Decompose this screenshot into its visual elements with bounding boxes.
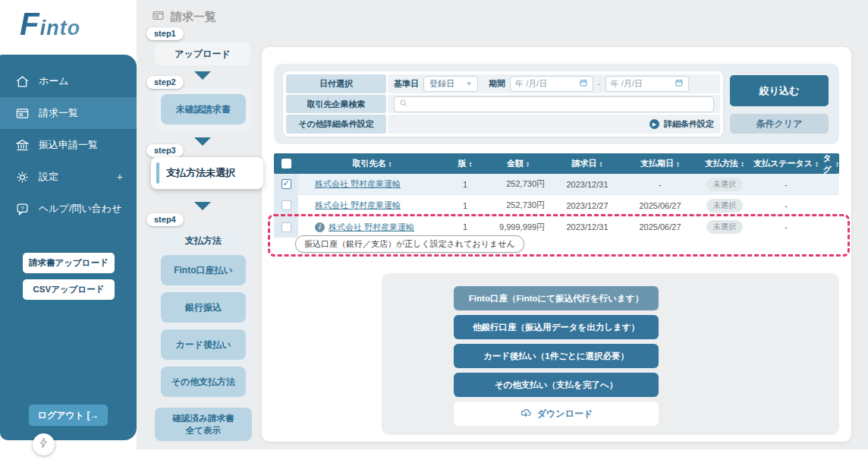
bank-icon xyxy=(15,138,30,153)
download-button[interactable]: ダウンロード xyxy=(454,402,659,426)
step1-upload-box[interactable]: アップロード xyxy=(155,43,250,65)
step2-container: 未確認請求書 xyxy=(155,88,252,131)
table-row: 株式会社 野村産業運輸 1 252,730円 2023/12/27 2025/0… xyxy=(274,195,839,216)
range-separator: - xyxy=(598,79,601,88)
active-step-accent-bar xyxy=(156,162,159,184)
table-header: 取引先名▲▼ 版▲▼ 金額▲▼ 請求日▲▼ 支払期日▲▼ 支払方法▲▼ 支払ステ… xyxy=(274,153,839,174)
other-bank-account-action-button[interactable]: 他銀行口座（振込用データを出力します） xyxy=(454,315,659,339)
period-end-input[interactable]: 年 /月/日 xyxy=(605,76,689,92)
status-cell: - xyxy=(751,222,821,232)
card-deferred-pay-button[interactable]: カード後払い xyxy=(161,329,246,360)
unconfirmed-invoices-button[interactable]: 未確認請求書 xyxy=(161,94,246,124)
payment-method-unselected-card[interactable]: 支払方法未選択 xyxy=(151,157,263,189)
app-window: Finto ホーム 請求一覧 振込申請一覧 xyxy=(0,0,868,463)
filter-label-vendor-search: 取引先企業検索 xyxy=(286,95,386,114)
page-title: 請求一覧 xyxy=(152,9,216,24)
sort-icon: ▲▼ xyxy=(676,161,680,167)
base-date-value: 登録日 xyxy=(429,78,454,90)
vendor-link[interactable]: 株式会社 野村産業運輸 xyxy=(329,222,414,233)
play-circle-icon: ▶ xyxy=(649,119,659,129)
column-header-version[interactable]: 版▲▼ xyxy=(446,158,484,169)
method-badge: 未選択 xyxy=(706,178,743,191)
sidebar-item-label: 設定 xyxy=(39,170,58,184)
sidebar-item-invoice-list[interactable]: 請求一覧 xyxy=(0,97,137,129)
show-all-confirmed-invoices-button[interactable]: 確認済み請求書 全て表示 xyxy=(155,408,252,441)
help-icon: ? xyxy=(15,202,30,216)
column-header-tag[interactable]: タグ▲▼ xyxy=(821,153,839,175)
sidebar-item-help[interactable]: ? ヘルプ/問い合わせ xyxy=(0,193,137,225)
bank-transfer-button[interactable]: 銀行振込 xyxy=(161,292,246,323)
chevron-down-icon: ▼ xyxy=(466,80,472,87)
table-row: i 株式会社 野村産業運輸 1 9,999,999円 2023/12/31 20… xyxy=(274,216,839,238)
invoice-upload-button[interactable]: 請求書アップロード xyxy=(23,253,115,273)
brand-logo: Finto xyxy=(20,6,134,43)
method-badge: 未選択 xyxy=(706,199,743,213)
step4-container: 支払方法 Finto口座払い 銀行振込 カード後払い その他支払方法 xyxy=(155,225,252,397)
flow-arrow-down-icon xyxy=(194,137,211,146)
status-cell: - xyxy=(751,201,821,210)
vendor-search-input[interactable] xyxy=(394,96,714,112)
finto-account-pay-button[interactable]: Finto口座払い xyxy=(161,255,246,285)
table-row-with-warning: i 株式会社 野村産業運輸 1 9,999,999円 2023/12/31 20… xyxy=(274,216,839,238)
filter-row-date: 日付選択 基準日 登録日 ▼ 期間 年 /月/日 - xyxy=(286,74,720,93)
download-label: ダウンロード xyxy=(537,408,593,420)
lightning-icon xyxy=(38,437,49,452)
amount-cell: 252,730円 xyxy=(484,178,552,190)
period-start-input[interactable]: 年 /月/日 xyxy=(510,76,593,92)
confirmed-line1: 確認済み請求書 xyxy=(173,414,234,423)
column-header-status[interactable]: 支払ステータス▲▼ xyxy=(751,158,821,169)
invoice-date-cell: 2023/12/31 xyxy=(552,180,622,189)
sort-icon: ▲▼ xyxy=(526,161,530,167)
apply-filter-button[interactable]: 絞り込む xyxy=(730,75,829,106)
card-deferred-action-button[interactable]: カード後払い（1件ごとに選択必要） xyxy=(454,344,659,368)
sidebar-item-label: 請求一覧 xyxy=(39,106,78,120)
logout-icon: [→ xyxy=(86,410,99,420)
sidebar-item-label: 振込申請一覧 xyxy=(39,138,98,152)
sort-icon: ▲▼ xyxy=(835,161,839,167)
row-checkbox[interactable] xyxy=(281,179,291,189)
invoice-list-icon xyxy=(152,9,165,24)
quick-action-fab[interactable] xyxy=(33,433,55,455)
expand-plus-icon[interactable]: + xyxy=(117,171,123,183)
sidebar-item-transfer-requests[interactable]: 振込申請一覧 xyxy=(0,129,137,161)
csv-upload-button[interactable]: CSVアップロード xyxy=(23,279,115,300)
step1-badge: step1 xyxy=(146,27,184,40)
info-icon: i xyxy=(315,222,325,232)
logout-button[interactable]: ログアウト [→ xyxy=(29,405,108,426)
payment-method-heading: 支払方法 xyxy=(161,235,246,247)
amount-cell: 9,999,999円 xyxy=(484,222,552,233)
row-checkbox[interactable] xyxy=(281,222,291,232)
column-header-amount[interactable]: 金額▲▼ xyxy=(484,158,552,169)
row-checkbox[interactable] xyxy=(281,200,291,210)
column-header-due-date[interactable]: 支払期日▲▼ xyxy=(622,158,698,169)
column-header-vendor[interactable]: 取引先名▲▼ xyxy=(298,158,446,169)
step4-badge: step4 xyxy=(146,213,184,226)
step3-label: 支払方法未選択 xyxy=(166,166,235,180)
sort-icon: ▲▼ xyxy=(599,161,603,167)
clear-filter-button[interactable]: 条件クリア xyxy=(730,114,829,134)
sidebar-item-settings[interactable]: 設定 + xyxy=(0,161,137,193)
vendor-link[interactable]: 株式会社 野村産業運輸 xyxy=(315,178,401,190)
select-all-checkbox[interactable] xyxy=(281,159,291,169)
finto-account-action-button[interactable]: Finto口座（Fintoにて振込代行を行います） xyxy=(454,286,659,310)
sidebar-item-label: ホーム xyxy=(39,74,69,88)
sidebar: ホーム 請求一覧 振込申請一覧 設定 + xyxy=(0,55,137,440)
vendor-link[interactable]: 株式会社 野村産業運輸 xyxy=(315,200,401,211)
due-date-cell: 2025/06/27 xyxy=(622,222,698,232)
period-label: 期間 xyxy=(489,78,505,90)
sort-icon: ▲▼ xyxy=(388,161,392,167)
sidebar-item-home[interactable]: ホーム xyxy=(0,65,137,97)
calendar-icon xyxy=(579,78,588,89)
column-header-invoice-date[interactable]: 請求日▲▼ xyxy=(552,158,622,169)
base-date-select[interactable]: 登録日 ▼ xyxy=(423,76,478,92)
gear-icon xyxy=(15,170,30,184)
other-payment-button[interactable]: その他支払方法 xyxy=(161,367,246,397)
column-header-method[interactable]: 支払方法▲▼ xyxy=(698,158,751,169)
calendar-icon xyxy=(675,78,684,89)
advanced-conditions-link[interactable]: ▶ 詳細条件設定 xyxy=(649,118,714,130)
flow-arrow-down-icon xyxy=(194,202,211,210)
filter-vendor-content xyxy=(388,95,720,114)
other-payment-action-button[interactable]: その他支払い（支払を完了へ） xyxy=(454,373,659,397)
invoice-table: 取引先名▲▼ 版▲▼ 金額▲▼ 請求日▲▼ 支払期日▲▼ 支払方法▲▼ 支払ステ… xyxy=(274,153,839,238)
filter-advanced-content: ▶ 詳細条件設定 xyxy=(388,115,720,134)
